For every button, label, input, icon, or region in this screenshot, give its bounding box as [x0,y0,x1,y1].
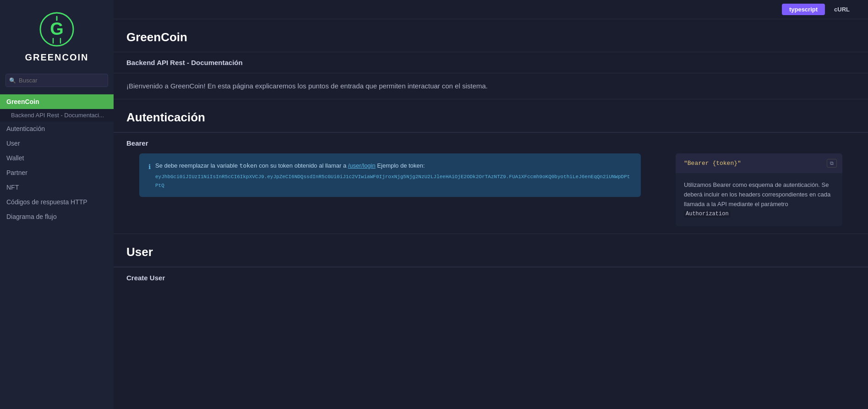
tab-curl[interactable]: cURL [827,4,857,15]
info-text-1: Se debe reemplazar la variable [155,162,238,169]
bearer-row: ℹ Se debe reemplazar la variable token c… [114,153,868,234]
info-code-token: token [240,162,257,169]
autenticacion-title: Autenticación [126,110,855,125]
top-tabs: typescript cURL [114,0,868,19]
token-value: eyJhbGci0iJIUzI1NiIsInR5cCI6IkpXVCJ9.eyJ… [155,173,632,190]
search-box: 🔍 [5,74,108,87]
bearer-info-box: ℹ Se debe reemplazar la variable token c… [139,153,641,197]
greencoin-section-header: GreenCoin [114,19,868,52]
bearer-right: "Bearer {token}" ⧉ Utilizamos Bearer com… [663,153,855,234]
info-text-2: con su token obtenido al llamar a [259,162,348,169]
code-panel-area: "Bearer {token}" ⧉ [676,153,842,173]
bearer-code-value: "Bearer {token}" [684,160,741,167]
user-title: User [126,245,855,259]
sidebar-item-autenticacion[interactable]: Autenticación [0,121,114,136]
sidebar-item-wallet[interactable]: Wallet [0,151,114,165]
code-tooltip-panel: "Bearer {token}" ⧉ Utilizamos Bearer com… [676,153,842,226]
tab-typescript[interactable]: typescript [782,4,825,15]
tooltip-text: Utilizamos Bearer como esquema de autent… [684,181,830,207]
create-user-label: Create User [114,267,868,288]
info-box-content: Se debe reemplazar la variable token con… [155,161,632,190]
brand-name: GREENCOIN [25,52,88,63]
sidebar: G GREENCOIN 🔍 GreenCoin Backend API Rest… [0,0,114,409]
page-subtitle: Backend API Rest - Documentación [114,52,868,73]
user-section-header: User [114,234,868,267]
content-area: GreenCoin Backend API Rest - Documentaci… [114,19,868,306]
tooltip-code: Authorization [684,210,731,218]
page-title: GreenCoin [126,30,855,44]
sidebar-item-user[interactable]: User [0,136,114,151]
greencoin-logo: G [38,11,75,48]
sidebar-item-codigos[interactable]: Códigos de respuesta HTTP [0,195,114,209]
info-icon: ℹ [148,162,151,190]
bearer-label: Bearer [114,133,868,153]
sidebar-item-nft[interactable]: NFT [0,180,114,195]
sidebar-item-greencoin[interactable]: GreenCoin [0,94,114,109]
copy-button[interactable]: ⧉ [827,159,837,168]
intro-text: ¡Bienvenido a GreenCoin! En esta página … [114,73,868,99]
logo-area: G GREENCOIN [0,0,114,70]
bearer-left: ℹ Se debe reemplazar la variable token c… [126,153,654,234]
info-text-3: Ejemplo de token: [377,162,425,169]
search-icon: 🔍 [9,77,16,84]
user-login-link[interactable]: /user/login [348,162,376,169]
main-content: typescript cURL GreenCoin Backend API Re… [114,0,868,409]
sidebar-item-partner[interactable]: Partner [0,165,114,180]
sidebar-item-diagrama[interactable]: Diagrama de flujo [0,209,114,224]
svg-text:G: G [50,19,64,38]
bearer-description: Utilizamos Bearer como esquema de autent… [676,173,842,226]
search-input[interactable] [5,74,108,87]
autenticacion-section-header: Autenticación [114,99,868,132]
sidebar-sub-item-backend[interactable]: Backend API Rest - Documentaci... [0,109,114,121]
